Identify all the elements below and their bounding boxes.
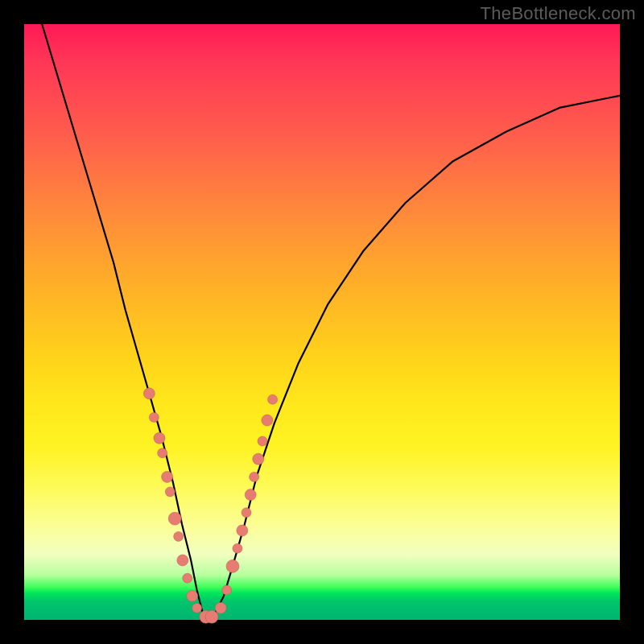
chart-overlay — [24, 24, 620, 620]
sample-dot — [158, 448, 167, 458]
sample-dot — [245, 489, 256, 501]
sample-dot — [226, 559, 239, 572]
sample-dot — [242, 508, 251, 518]
watermark-text: TheBottleneck.com — [481, 3, 636, 24]
sample-dot — [149, 412, 159, 422]
plot-area — [24, 24, 620, 620]
sample-dot — [168, 512, 181, 525]
sample-dot — [205, 610, 218, 623]
sample-dot — [222, 585, 232, 595]
sample-dot — [165, 487, 175, 497]
chart-frame: TheBottleneck.com — [0, 0, 644, 644]
sample-dot — [253, 453, 264, 464]
sample-dot — [215, 602, 226, 613]
sample-dot — [262, 415, 273, 426]
sample-dot — [154, 432, 165, 444]
sample-dot — [187, 590, 198, 601]
bottleneck-curve — [42, 24, 620, 620]
sample-dot — [174, 531, 184, 541]
sample-dot — [162, 471, 173, 482]
sample-dot — [268, 394, 278, 404]
sample-dot — [177, 555, 188, 566]
sample-dot — [250, 472, 259, 481]
sample-dot — [192, 603, 202, 613]
sample-dot — [233, 543, 242, 553]
sample-dot — [237, 525, 248, 536]
sample-dot — [258, 436, 267, 446]
sample-dot — [183, 573, 192, 583]
sample-dot — [143, 388, 155, 399]
sample-dots-group — [143, 388, 277, 624]
